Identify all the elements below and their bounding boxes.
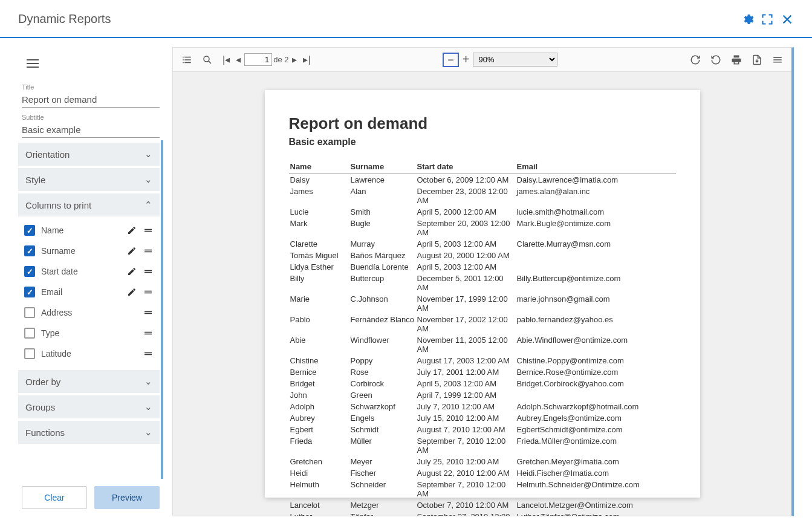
pencil-icon[interactable] [127, 226, 137, 235]
export-icon[interactable] [749, 53, 765, 67]
prev-page-icon[interactable]: ◂ [233, 53, 243, 67]
panel-orderby[interactable]: Order by ⌄ [18, 370, 160, 393]
preview-area[interactable]: Report on demand Basic example NameSurna… [173, 72, 791, 516]
table-row: Lidya EstherBuendía LorenteApril 5, 2003… [289, 261, 676, 273]
column-checkbox[interactable] [24, 348, 35, 359]
zoom-select[interactable]: 90% [473, 53, 557, 67]
zoom-out-button[interactable]: − [443, 53, 459, 67]
drag-handle-icon[interactable] [143, 225, 154, 236]
panel-groups[interactable]: Groups ⌄ [18, 395, 160, 418]
title-input[interactable] [22, 92, 160, 108]
first-page-icon[interactable]: |◂ [220, 53, 232, 67]
table-cell: Rose [349, 366, 416, 378]
table-row: MarieC.JohnsonNovember 17, 1999 12:00 AM… [289, 293, 676, 314]
svg-rect-5 [145, 272, 152, 273]
panel-orientation[interactable]: Orientation ⌄ [18, 143, 160, 166]
column-checkbox[interactable] [24, 328, 35, 339]
table-row: LucieSmithApril 5, 2000 12:00 AMlucie.sm… [289, 206, 676, 218]
pencil-icon[interactable] [127, 246, 137, 256]
panel-functions[interactable]: Functions ⌄ [18, 421, 160, 444]
chevron-down-icon: ⌄ [145, 174, 152, 185]
table-cell: Abie.Windflower@ontimize.com [516, 334, 676, 355]
table-cell: Corbirock [349, 378, 416, 389]
table-cell: Bugle [349, 218, 416, 238]
column-checkbox[interactable] [24, 245, 35, 256]
header-actions [741, 13, 794, 26]
toc-icon[interactable] [179, 53, 195, 67]
table-row: BridgetCorbirockApril 5, 2003 12:00 AMBr… [289, 378, 676, 389]
column-row: Start date [18, 261, 160, 282]
zoom-in-button[interactable]: + [460, 51, 472, 68]
drag-handle-icon[interactable] [143, 266, 154, 277]
pencil-icon[interactable] [127, 287, 137, 297]
table-cell: Green [349, 389, 416, 401]
column-checkbox[interactable] [24, 225, 35, 236]
table-cell: August 20, 2000 12:00 AM [416, 250, 516, 261]
clear-button[interactable]: Clear [22, 486, 87, 509]
table-cell: Daisy.Lawrence@imatia.com [516, 174, 676, 186]
table-cell: pablo.fernandez@yahoo.es [516, 314, 676, 334]
table-cell [516, 261, 676, 273]
next-page-icon[interactable]: ▸ [290, 53, 299, 67]
menu-icon[interactable] [18, 54, 163, 73]
table-cell: September 7, 2010 12:00 AM [416, 479, 516, 499]
title-field-wrapper: Title [18, 80, 163, 110]
column-checkbox[interactable] [24, 307, 35, 318]
page-input[interactable] [244, 53, 272, 66]
table-cell: Clarette [289, 238, 349, 250]
drag-handle-icon[interactable] [143, 348, 154, 359]
subtitle-field-wrapper: Subtitle [18, 110, 163, 140]
table-header-cell: Name [289, 160, 349, 174]
table-cell: August 17, 2003 12:00 AM [416, 355, 516, 366]
svg-rect-0 [145, 229, 152, 230]
drag-handle-icon[interactable] [143, 307, 154, 318]
panel-style[interactable]: Style ⌄ [18, 168, 160, 191]
gear-icon[interactable] [741, 13, 754, 26]
table-row: AbieWindflowerNovember 11, 2005 12:00 AM… [289, 334, 676, 355]
table-cell: james.alan@alan.inc [516, 186, 676, 206]
drag-handle-icon[interactable] [143, 245, 154, 256]
table-cell: July 15, 2010 12:00 AM [416, 412, 516, 424]
print-icon[interactable] [729, 53, 744, 67]
columns-list: NameSurnameStart dateEmailAddressTypeLat… [18, 216, 160, 368]
column-checkbox[interactable] [24, 287, 35, 297]
panel-columns[interactable]: Columns to print ⌃ [18, 193, 160, 216]
rotate-cw-icon[interactable] [687, 53, 703, 67]
table-cell: September 7, 2010 12:00 AM [416, 435, 516, 456]
table-cell: EgbertSchmidt@ontimize.com [516, 424, 676, 435]
fullscreen-icon[interactable] [761, 13, 773, 26]
table-cell: John [289, 389, 349, 401]
search-icon[interactable] [200, 53, 215, 67]
svg-rect-10 [145, 332, 152, 333]
pencil-icon[interactable] [127, 267, 137, 276]
more-menu-icon[interactable] [770, 53, 785, 67]
page-total: de 2 [273, 55, 288, 64]
table-cell: Adolph.Schwarzkopf@hotmail.com [516, 401, 676, 412]
drag-handle-icon[interactable] [143, 287, 154, 297]
table-cell: Buendía Lorente [349, 261, 416, 273]
app-title: Dynamic Reports [18, 12, 111, 26]
column-label: Type [41, 328, 137, 338]
table-cell: Aubrey.Engels@ontimize.com [516, 412, 676, 424]
column-checkbox[interactable] [24, 266, 35, 277]
dialog-header: Dynamic Reports [0, 0, 812, 38]
svg-rect-3 [145, 252, 152, 253]
svg-rect-1 [145, 231, 152, 232]
close-icon[interactable] [781, 13, 794, 26]
last-page-icon[interactable]: ▸| [300, 53, 313, 67]
svg-point-14 [204, 56, 209, 62]
table-row: JamesAlanDecember 23, 2008 12:00 AMjames… [289, 186, 676, 206]
table-row: FriedaMüllerSeptember 7, 2010 12:00 AMFr… [289, 435, 676, 456]
table-cell: lucie.smith@hotmail.com [516, 206, 676, 218]
table-cell: Mark.Bugle@ontimize.com [516, 218, 676, 238]
zoom-controls: − + 90% [443, 51, 557, 68]
subtitle-input[interactable] [22, 122, 160, 138]
table-cell: November 17, 2002 12:00 AM [416, 314, 516, 334]
table-cell: C.Johnson [349, 293, 416, 314]
table-header-cell: Surname [349, 160, 416, 174]
config-sidebar: Title Subtitle Orientation ⌄ Style ⌄ Col… [18, 47, 163, 516]
preview-button[interactable]: Preview [94, 486, 160, 509]
svg-rect-4 [145, 270, 152, 271]
rotate-ccw-icon[interactable] [708, 53, 724, 67]
drag-handle-icon[interactable] [143, 328, 154, 339]
